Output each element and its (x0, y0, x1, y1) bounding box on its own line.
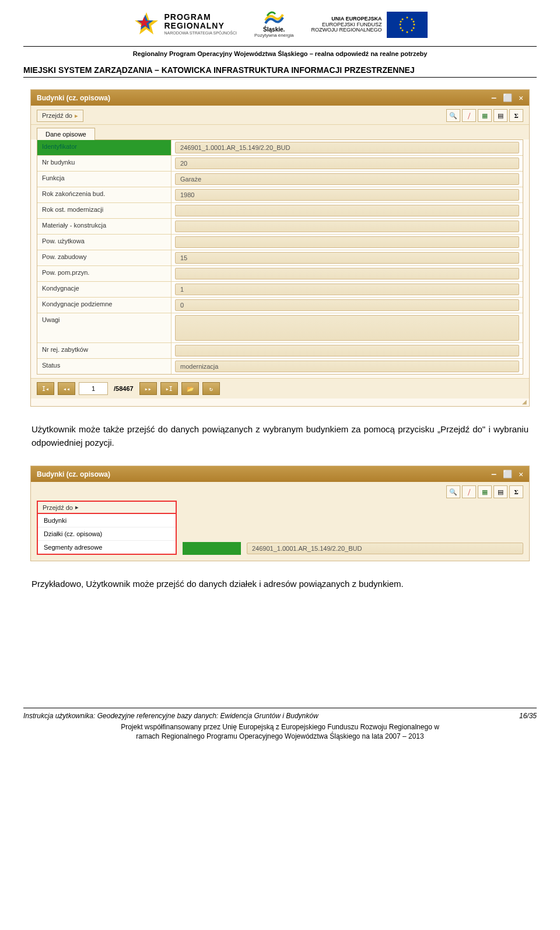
field-value[interactable] (175, 345, 519, 356)
svg-point-6 (399, 24, 401, 26)
field-value[interactable]: 0 (175, 299, 519, 311)
pager-current-input[interactable] (79, 382, 108, 395)
resize-grip-icon[interactable]: ◢ (31, 398, 529, 406)
minimize-icon[interactable]: — (492, 470, 496, 478)
row-status: Status modernizacja (37, 359, 523, 374)
field-value[interactable]: Garaże (175, 173, 519, 185)
svg-point-9 (411, 19, 412, 20)
field-value[interactable]: 1980 (175, 189, 519, 201)
toolbar-icon-sigma[interactable]: Σ (509, 485, 523, 498)
przejdz-label: Przejdź do (43, 504, 73, 511)
field-label: Pow. pom.przyn. (37, 266, 172, 281)
window-budynki: Budynki (cz. opisowa) — ⬜ ✕ Przejdź do ▸… (30, 89, 530, 407)
toolbar-icon-search[interactable]: 🔍 (446, 485, 460, 498)
regionalny-label: REGIONALNY (164, 22, 236, 30)
przejdz-label: Przejdź do (42, 112, 72, 119)
footer: Instrukcja użytkownika: Geodezyjne refer… (23, 708, 537, 742)
row-nr-rej-zabytkow: Nr rej. zabytków (37, 343, 523, 359)
toolbar-icon-search[interactable]: 🔍 (446, 109, 460, 122)
toolbar-icon-grid[interactable]: ▤ (494, 485, 508, 498)
svg-point-12 (400, 21, 401, 23)
star-icon (132, 10, 160, 38)
paragraph-1: Użytkownik może także przejść do danych … (32, 423, 528, 449)
row-funkcja: Funkcja Garaże (37, 172, 523, 187)
slaskie-label: Śląskie. (254, 26, 294, 33)
row-kondygnacje: Kondygnacje 1 (37, 282, 523, 298)
window-titlebar: Budynki (cz. opisowa) — ⬜ ✕ (31, 466, 529, 482)
przejdz-do-button[interactable]: Przejdź do ▸ (37, 110, 83, 122)
pager-last-button[interactable]: ▸I (160, 382, 178, 395)
dropdown-list: Budynki Działki (cz. opisowa) Segmenty a… (37, 514, 177, 555)
pager-first-button[interactable]: I◂ (37, 382, 54, 395)
header-logos: PROGRAM REGIONALNY NARODOWA STRATEGIA SP… (23, 0, 537, 44)
toolbar-icon-excel[interactable]: ▦ (478, 485, 492, 498)
strategia-label: NARODOWA STRATEGIA SPÓJNOŚCI (164, 31, 236, 36)
tab-dane-opisowe[interactable]: Dane opisowe (37, 128, 95, 140)
swirl-icon (262, 9, 286, 26)
maximize-icon[interactable]: ⬜ (503, 93, 512, 102)
field-label: Status (37, 359, 172, 374)
pager-total: /58467 (111, 385, 136, 392)
close-icon[interactable]: ✕ (519, 93, 523, 102)
row-nr-budynku: Nr budynku 20 (37, 156, 523, 172)
dropdown-item-budynki[interactable]: Budynki (38, 514, 176, 527)
svg-point-15 (412, 27, 414, 29)
header-title: MIEJSKI SYSTEM ZARZĄDZANIA – KATOWICKA I… (23, 65, 537, 78)
toolbar-icon-excel[interactable]: ▦ (478, 109, 492, 122)
pager: I◂ ◂◂ /58467 ▸▸ ▸I 📂 ↻ (31, 378, 529, 398)
window-title: Budynki (cz. opisowa) (37, 94, 110, 102)
field-value[interactable]: modernizacja (175, 361, 519, 372)
pager-open-button[interactable]: 📂 (181, 382, 199, 395)
toolbar-icon-slash[interactable]: ⧸ (462, 485, 476, 498)
field-label: Identyfikator (37, 140, 172, 155)
field-value[interactable]: 246901_1.0001.AR_15.149/2.20_BUD (175, 142, 519, 153)
row-rok-modernizacji: Rok ost. modernizacji (37, 203, 523, 219)
pager-next-button[interactable]: ▸▸ (139, 382, 157, 395)
row-pow-zabudowy: Pow. zabudowy 15 (37, 250, 523, 266)
window-budynki-dropdown: Budynki (cz. opisowa) — ⬜ ✕ 🔍 ⧸ ▦ ▤ Σ Pr… (30, 466, 530, 561)
field-label: Rok ost. modernizacji (37, 203, 172, 218)
close-icon[interactable]: ✕ (519, 470, 523, 478)
row-identyfikator: Identyfikator 246901_1.0001.AR_15.149/2.… (37, 140, 523, 156)
toolbar-icon-slash[interactable]: ⧸ (462, 109, 476, 122)
field-value[interactable] (175, 268, 519, 279)
footer-left: Instrukcja użytkownika: Geodezyjne refer… (23, 712, 318, 720)
maximize-icon[interactable]: ⬜ (503, 470, 512, 478)
field-label: Materiały - konstrukcja (37, 219, 172, 234)
field-value[interactable]: 246901_1.0001.AR_15.149/2.20_BUD (247, 543, 523, 554)
field-value[interactable] (175, 315, 519, 341)
data-table: Identyfikator 246901_1.0001.AR_15.149/2.… (37, 139, 523, 375)
row-rok-zakonczenia: Rok zakończenia bud. 1980 (37, 187, 523, 203)
toolbar: Przejdź do ▸ 🔍 ⧸ ▦ ▤ Σ (31, 106, 529, 125)
przejdz-do-dropdown[interactable]: Przejdź do ▸ (37, 501, 177, 514)
field-value[interactable] (175, 205, 519, 216)
arrow-right-icon: ▸ (75, 504, 79, 511)
pager-refresh-button[interactable]: ↻ (202, 382, 220, 395)
pager-prev-button[interactable]: ◂◂ (58, 382, 75, 395)
field-label: Pow. zabudowy (37, 250, 172, 265)
field-value[interactable]: 20 (175, 158, 519, 169)
row-kondygnacje-podz: Kondygnacje podziemne 0 (37, 298, 523, 313)
field-label: Nr rej. zabytków (37, 343, 172, 358)
footer-line-2: ramach Regionalnego Programu Operacyjneg… (23, 732, 537, 742)
svg-point-14 (400, 27, 401, 29)
field-value[interactable]: 15 (175, 252, 519, 264)
svg-point-5 (406, 32, 408, 33)
svg-point-8 (401, 19, 403, 20)
field-label: Pow. użytkowa (37, 235, 172, 250)
field-value[interactable] (175, 221, 519, 232)
field-label: Funkcja (37, 172, 172, 187)
field-label: Rok zakończenia bud. (37, 187, 172, 202)
field-label: Uwagi (37, 313, 172, 342)
dropdown-item-dzialki[interactable]: Działki (cz. opisowa) (38, 527, 176, 541)
paragraph-2: Przykładowo, Użytkownik może przejść do … (32, 578, 528, 591)
field-value[interactable]: 1 (175, 284, 519, 295)
field-value[interactable] (175, 236, 519, 248)
row-pow-pom: Pow. pom.przyn. (37, 266, 523, 282)
program-label: PROGRAM (164, 13, 236, 22)
row-materialy: Materiały - konstrukcja (37, 219, 523, 235)
minimize-icon[interactable]: — (492, 93, 496, 102)
toolbar-icon-grid[interactable]: ▤ (494, 109, 508, 122)
toolbar-icon-sigma[interactable]: Σ (509, 109, 523, 122)
dropdown-item-segmenty[interactable]: Segmenty adresowe (38, 541, 176, 554)
